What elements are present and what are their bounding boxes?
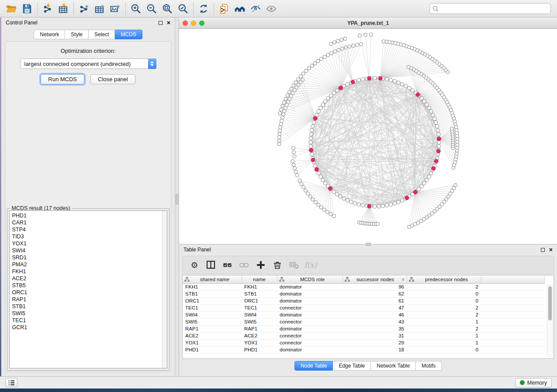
table-row[interactable]: SWI5SWI5connector431 bbox=[183, 318, 544, 325]
zoom-selected-button[interactable] bbox=[175, 2, 191, 16]
export-network-button[interactable] bbox=[76, 2, 92, 16]
mcds-node-item[interactable]: TEC1 bbox=[12, 317, 167, 324]
table-panel-title: Table Panel bbox=[183, 247, 541, 253]
deselect-all-button[interactable] bbox=[237, 258, 252, 272]
close-window-icon[interactable] bbox=[183, 21, 188, 26]
tab-style[interactable]: Style bbox=[65, 30, 89, 39]
search-field[interactable] bbox=[429, 3, 551, 14]
table-tabs: Node TableEdge TableNetwork TableMotifs bbox=[179, 361, 557, 371]
result-list-scrollbar[interactable] bbox=[162, 211, 167, 368]
mcds-node-item[interactable]: TID3 bbox=[12, 233, 167, 240]
export-image-button[interactable] bbox=[107, 2, 123, 16]
column-header-predecessor-nodes[interactable]: predecessor nodes bbox=[407, 275, 481, 283]
control-panel-header: Control Panel × bbox=[1, 17, 175, 28]
tab-network[interactable]: Network bbox=[34, 30, 65, 39]
dropdown-stepper-icon bbox=[148, 58, 156, 69]
node-table-wrap: shared namenameMCDS rolesuccessor nodes∨… bbox=[182, 275, 554, 359]
table-row[interactable]: RAP1RAP1dominator352 bbox=[183, 325, 544, 332]
minimize-window-icon[interactable] bbox=[191, 21, 196, 26]
export-table-button[interactable] bbox=[92, 2, 107, 16]
mcds-node-item[interactable]: FKH1 bbox=[12, 268, 167, 275]
mcds-node-item[interactable]: CAR1 bbox=[12, 219, 167, 226]
open-session-button[interactable] bbox=[3, 2, 19, 16]
zoom-in-button[interactable] bbox=[128, 2, 144, 16]
tab-select[interactable]: Select bbox=[89, 30, 115, 39]
mcds-node-item[interactable]: STP4 bbox=[12, 226, 167, 233]
splitter-handle[interactable] bbox=[176, 194, 178, 204]
tab-network-table[interactable]: Network Table bbox=[371, 361, 416, 371]
mcds-node-item[interactable]: YOX1 bbox=[12, 240, 167, 247]
hide-selected-button[interactable] bbox=[248, 2, 263, 16]
zoom-fit-button[interactable] bbox=[159, 2, 175, 16]
network-title: YPA_prune.txt_1 bbox=[179, 20, 557, 26]
mcds-node-item[interactable]: ORC1 bbox=[12, 289, 167, 296]
node-table[interactable]: shared namenameMCDS rolesuccessor nodes∨… bbox=[183, 275, 545, 354]
task-history-button[interactable] bbox=[5, 378, 17, 387]
mcds-node-item[interactable]: SWI5 bbox=[12, 310, 167, 317]
show-all-button[interactable] bbox=[263, 2, 279, 16]
refresh-button[interactable] bbox=[196, 2, 211, 16]
mcds-node-item[interactable]: PMA2 bbox=[12, 261, 167, 268]
network-canvas[interactable] bbox=[179, 29, 557, 244]
float-table-panel-icon[interactable] bbox=[541, 248, 545, 252]
mcds-pane: Optimization criterion: largest connecte… bbox=[5, 41, 171, 372]
delete-button[interactable] bbox=[270, 258, 285, 272]
select-all-button[interactable] bbox=[220, 258, 235, 272]
close-panel-icon[interactable]: × bbox=[167, 20, 170, 26]
tab-edge-table[interactable]: Edge Table bbox=[333, 361, 371, 371]
mcds-node-item[interactable]: ACE2 bbox=[12, 275, 167, 282]
first-neighbors-button[interactable] bbox=[232, 2, 248, 16]
table-row[interactable]: ORC1ORC1dominator610 bbox=[183, 297, 544, 304]
table-row[interactable]: YOX1YOX1connector291 bbox=[183, 339, 544, 346]
table-scrollbar-thumb[interactable] bbox=[548, 286, 552, 320]
table-row[interactable]: ACE2ACE2connector311 bbox=[183, 332, 544, 339]
status-bar: Memory bbox=[0, 376, 557, 389]
float-panel-icon[interactable] bbox=[159, 21, 163, 25]
save-session-button[interactable] bbox=[19, 2, 35, 16]
close-table-panel-icon[interactable]: × bbox=[549, 247, 553, 253]
column-header-successor-nodes[interactable]: successor nodes∨ bbox=[343, 275, 407, 283]
table-scrollbar[interactable] bbox=[547, 284, 553, 358]
toolbar-groups bbox=[3, 2, 279, 16]
run-mcds-button[interactable]: Run MCDS bbox=[41, 74, 84, 84]
column-header-name[interactable]: name bbox=[242, 275, 277, 283]
import-network-button[interactable] bbox=[40, 2, 55, 16]
column-header-shared-name[interactable]: shared name bbox=[183, 275, 242, 283]
toolbar-separator bbox=[73, 3, 74, 15]
maximize-window-icon[interactable] bbox=[199, 21, 204, 26]
network-titlebar: YPA_prune.txt_1 bbox=[179, 17, 557, 29]
table-row[interactable]: PHD1PHD1dominator180 bbox=[183, 346, 544, 353]
mcds-result-list[interactable]: PHD1CAR1STP4TID3YOX1SWI4SRD1PMA2FKH1ACE2… bbox=[9, 210, 167, 368]
tab-motifs[interactable]: Motifs bbox=[416, 361, 442, 371]
mcds-node-item[interactable]: SWI4 bbox=[12, 247, 167, 254]
horizontal-splitter-handle[interactable] bbox=[366, 243, 371, 246]
desktop-background bbox=[0, 389, 557, 392]
zoom-out-button[interactable] bbox=[144, 2, 159, 16]
columns-button[interactable] bbox=[204, 258, 218, 272]
column-header-MCDS-role[interactable]: MCDS role bbox=[277, 275, 343, 283]
mcds-node-item[interactable]: RAP1 bbox=[12, 296, 167, 303]
mcds-node-item[interactable]: SRD1 bbox=[12, 254, 167, 261]
table-row[interactable]: TEC1TEC1connector472 bbox=[183, 304, 544, 311]
optimization-dropdown[interactable]: largest connected component (undirected) bbox=[20, 58, 156, 69]
vertical-splitter[interactable] bbox=[175, 17, 179, 376]
mcds-node-item[interactable]: STB1 bbox=[12, 303, 167, 310]
search-input[interactable] bbox=[441, 5, 548, 12]
mcds-node-item[interactable]: PHD1 bbox=[12, 212, 167, 219]
table-row[interactable]: SWI4SWI4dominator462 bbox=[183, 311, 544, 318]
network-graph[interactable] bbox=[179, 29, 557, 244]
tab-node-table[interactable]: Node Table bbox=[294, 361, 333, 371]
duplicate-network-button[interactable] bbox=[216, 2, 232, 16]
mcds-node-item[interactable]: STB5 bbox=[12, 282, 167, 289]
mcds-node-item[interactable]: GCR1 bbox=[12, 324, 167, 331]
close-panel-button[interactable]: Close panel bbox=[90, 74, 135, 84]
columns-icon bbox=[206, 260, 216, 270]
gear-button[interactable]: ⚙ bbox=[187, 258, 202, 272]
zoom-selected-icon bbox=[177, 3, 189, 14]
import-table-button[interactable] bbox=[55, 2, 71, 16]
tab-mcds[interactable]: MCDS bbox=[115, 30, 142, 39]
memory-button[interactable]: Memory bbox=[515, 378, 552, 388]
table-row[interactable]: FKH1FKH1dominator962 bbox=[183, 283, 544, 290]
table-row[interactable]: STB1STB1dominator620 bbox=[183, 290, 544, 297]
add-button[interactable] bbox=[253, 258, 268, 272]
